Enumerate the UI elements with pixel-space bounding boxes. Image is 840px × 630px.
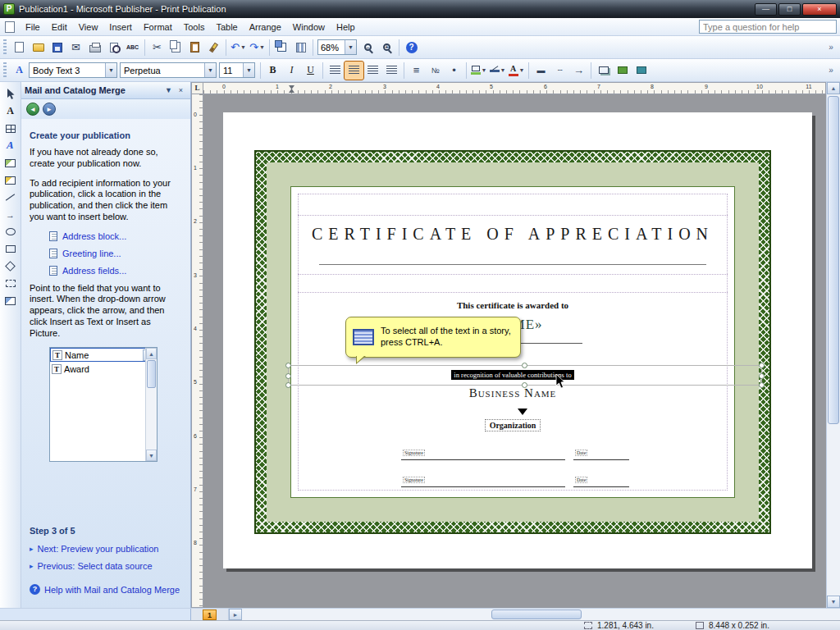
redo-dropdown-icon[interactable]: ▼ [259, 44, 265, 50]
columns-button[interactable] [291, 39, 310, 57]
print-preview-button[interactable] [104, 39, 123, 57]
ruler-corner-tab-selector[interactable]: L [191, 82, 203, 94]
shadow-style-button[interactable] [594, 62, 613, 80]
align-center-button[interactable] [345, 62, 363, 80]
selection-handle[interactable] [759, 382, 765, 388]
task-pane-dropdown-icon[interactable]: ▼ [162, 84, 175, 97]
maximize-button[interactable]: □ [778, 3, 801, 16]
copy-button[interactable] [167, 39, 185, 57]
vertical-scrollbar[interactable]: ▲ ▼ [826, 82, 840, 608]
field-list-scrollbar[interactable]: ▲ ▼ [145, 348, 157, 461]
open-button[interactable] [29, 39, 48, 57]
selection-handle[interactable] [759, 363, 765, 368]
scrollbar-thumb[interactable] [491, 609, 582, 619]
font-size-dropdown-icon[interactable]: ▼ [243, 63, 254, 77]
selection-handle[interactable] [285, 382, 291, 388]
rectangle-tool-button[interactable] [2, 240, 20, 258]
vertical-ruler[interactable]: 0 1 2 3 4 5 6 7 8 [191, 94, 203, 608]
signature-line[interactable] [401, 486, 565, 487]
greeting-line-link[interactable]: Greeting line... [62, 249, 121, 258]
certificate-knot-border[interactable]: CERTIFICATE OF APPRECIATION This certifi… [254, 150, 771, 534]
horizontal-ruler[interactable]: 0 1 2 3 4 5 6 7 8 9 10 11 [203, 82, 826, 94]
field-row-award[interactable]: T Award [50, 362, 147, 376]
format-painter-button[interactable] [204, 39, 223, 57]
print-button[interactable] [85, 39, 104, 57]
bring-to-front-button[interactable] [272, 39, 291, 57]
toolbar-grip[interactable] [3, 62, 7, 79]
line-spacing-button[interactable]: ≡ [407, 62, 426, 80]
styles-and-formatting-button[interactable]: A [10, 62, 29, 80]
table-tool-button[interactable] [2, 120, 20, 137]
picture-frame-tool-button[interactable] [2, 154, 20, 171]
toolbar-options-button[interactable]: » [825, 43, 837, 52]
menu-view[interactable]: View [73, 21, 104, 34]
workspace-viewport[interactable]: CERTIFICATE OF APPRECIATION This certifi… [203, 94, 826, 608]
date-label[interactable]: Date [575, 450, 587, 456]
awarded-line-textbox[interactable]: This certificate is awarded to [291, 300, 734, 310]
wordart-tool-button[interactable]: A [2, 137, 20, 154]
cut-button[interactable]: ✂ [148, 39, 167, 57]
arrow-style-button[interactable]: → [569, 62, 588, 80]
font-combo[interactable]: Perpetua ▼ [120, 62, 217, 78]
bold-button[interactable]: B [263, 62, 282, 80]
zoom-dropdown-icon[interactable]: ▼ [345, 40, 356, 54]
address-block-link[interactable]: Address block... [62, 231, 126, 241]
horizontal-scrollbar[interactable]: ◄ ► [229, 609, 826, 620]
redo-button[interactable]: ↷ ▼ [248, 39, 267, 57]
line-color-button[interactable]: ▼ [488, 62, 507, 80]
hotspot-tool-button[interactable] [2, 275, 20, 292]
align-right-button[interactable] [363, 62, 382, 80]
design-gallery-tool-button[interactable] [2, 292, 20, 309]
line-color-dropdown-icon[interactable]: ▼ [500, 67, 506, 73]
toolbar-options-button[interactable]: » [825, 66, 837, 75]
publication-page[interactable]: CERTIFICATE OF APPRECIATION This certifi… [223, 112, 812, 568]
scrollbar-thumb[interactable] [828, 96, 839, 424]
back-button[interactable]: ◄ [26, 103, 39, 116]
paste-button[interactable] [185, 39, 204, 57]
style-combo[interactable]: Body Text 3 ▼ [29, 62, 117, 78]
menu-file[interactable]: File [20, 21, 46, 34]
select-tool-button[interactable] [2, 85, 20, 103]
close-button[interactable]: × [802, 3, 837, 16]
address-fields-link[interactable]: Address fields... [62, 266, 126, 276]
certificate-body[interactable]: CERTIFICATE OF APPRECIATION This certifi… [290, 186, 735, 498]
justify-button[interactable] [382, 62, 401, 80]
minimize-button[interactable]: — [755, 3, 777, 16]
undo-dropdown-icon[interactable]: ▼ [240, 44, 246, 50]
menu-tools[interactable]: Tools [178, 21, 211, 34]
selection-handle[interactable] [285, 363, 291, 368]
menu-arrange[interactable]: Arrange [244, 21, 287, 34]
field-row-name[interactable]: T Name ▼ [50, 348, 157, 362]
spelling-button[interactable]: ABC [123, 39, 142, 57]
dash-style-button[interactable]: ╌ [550, 62, 569, 80]
font-color-dropdown-icon[interactable]: ▼ [519, 67, 525, 73]
undo-button[interactable]: ↶ ▼ [229, 39, 248, 57]
scroll-down-icon[interactable]: ▼ [146, 450, 157, 461]
text-box-tool-button[interactable]: A [2, 103, 20, 120]
3d-style-button[interactable] [613, 62, 632, 80]
signature-label[interactable]: Signature [403, 450, 425, 456]
fill-color-button[interactable]: ▼ [469, 62, 488, 80]
font-color-button[interactable]: A ▼ [507, 62, 526, 80]
current-page-badge[interactable]: 1 [203, 609, 217, 620]
align-left-button[interactable] [326, 62, 345, 80]
style-dropdown-icon[interactable]: ▼ [105, 63, 116, 77]
certificate-title-textbox[interactable]: CERTIFICATE OF APPRECIATION [291, 225, 734, 244]
zoom-out-button[interactable]: – [358, 39, 377, 57]
oval-tool-button[interactable] [2, 223, 20, 240]
clip-art-tool-button[interactable] [2, 171, 20, 189]
menu-insert[interactable]: Insert [103, 21, 138, 34]
date-line[interactable] [573, 459, 629, 460]
previous-step-link[interactable]: Previous: Select data source [38, 561, 153, 571]
help-button[interactable]: ? [402, 39, 421, 57]
new-button[interactable] [10, 39, 29, 57]
fill-color-dropdown-icon[interactable]: ▼ [482, 67, 487, 73]
organization-textbox[interactable]: Organization [485, 419, 541, 431]
selection-handle[interactable] [759, 373, 765, 379]
forward-button[interactable]: ► [43, 103, 56, 116]
zoom-in-button[interactable]: + [377, 39, 396, 57]
autoshapes-tool-button[interactable] [2, 258, 20, 275]
business-name-textbox[interactable]: Business Name [291, 386, 734, 400]
font-size-combo[interactable]: 11 ▼ [219, 62, 255, 78]
line-style-button[interactable]: ▬ [532, 62, 550, 80]
